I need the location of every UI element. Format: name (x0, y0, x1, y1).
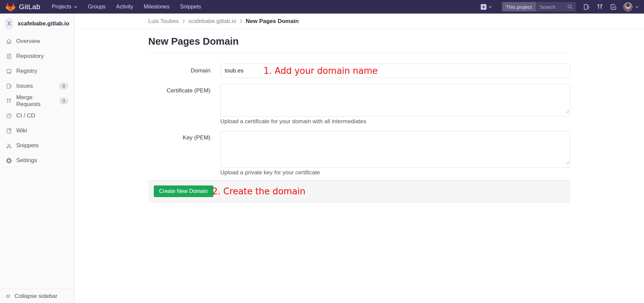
chevron-down-icon (635, 6, 639, 8)
navbar-menu: Projects Groups Activity Milestones Snip… (52, 4, 201, 10)
key-textarea[interactable] (220, 131, 570, 168)
nav-item-activity[interactable]: Activity (116, 4, 133, 10)
certificate-help-text: Upload a certificate for your domain wit… (220, 118, 570, 125)
sidebar-item-registry[interactable]: Registry (0, 64, 74, 79)
key-label: Key (PEM) (148, 131, 220, 176)
project-header[interactable]: X xcafebabe.gitlab.io (0, 14, 74, 34)
git-branch-icon (6, 98, 12, 104)
breadcrumb-current: New Pages Domain (246, 18, 299, 25)
navbar-right: This project (481, 2, 639, 12)
sidebar-item-overview[interactable]: Overview (0, 34, 74, 49)
sidebar-item-wiki[interactable]: Wiki (0, 123, 74, 138)
scissors-icon (6, 143, 12, 149)
chevron-down-icon (488, 6, 492, 8)
certificate-label: Certificate (PEM) (148, 84, 220, 125)
main-content: Luis Toubes xcafebabe.gitlab.io New Page… (74, 14, 644, 303)
home-icon (6, 39, 12, 44)
key-help-text: Upload a private key for your certificat… (220, 169, 570, 176)
double-chevron-left-icon (5, 294, 11, 299)
nav-item-milestones[interactable]: Milestones (144, 4, 169, 10)
document-icon (6, 53, 12, 59)
breadcrumb-project[interactable]: xcafebabe.gitlab.io (188, 18, 236, 25)
breadcrumb-user[interactable]: Luis Toubes (148, 18, 179, 25)
issues-icon[interactable] (583, 4, 590, 10)
issue-cards-icon (6, 83, 12, 89)
chevron-down-icon (74, 6, 77, 8)
page-title: New Pages Domain (148, 29, 570, 53)
search-scope-badge: This project (502, 2, 536, 12)
todos-icon[interactable] (610, 4, 617, 10)
chevron-right-icon (182, 19, 185, 23)
nav-item-snippets[interactable]: Snippets (180, 4, 201, 10)
search-input[interactable] (536, 4, 567, 10)
sidebar-item-issues[interactable]: Issues 0 (0, 79, 74, 93)
user-avatar (623, 2, 633, 12)
collapse-sidebar-button[interactable]: Collapse sidebar (0, 289, 74, 303)
project-sidebar: X xcafebabe.gitlab.io Overview (0, 14, 74, 303)
monitor-icon (6, 68, 12, 74)
user-menu[interactable] (623, 2, 639, 12)
merge-requests-count-badge: 0 (59, 97, 68, 105)
nav-item-groups[interactable]: Groups (88, 4, 105, 10)
annotation-step-2: 2. Create the domain (212, 186, 306, 196)
issues-count-badge: 0 (59, 82, 68, 90)
sidebar-item-repository[interactable]: Repository (0, 49, 74, 64)
logo-text: GitLab (19, 3, 40, 11)
sidebar-item-ci-cd[interactable]: CI / CD (0, 108, 74, 123)
sidebar-item-snippets[interactable]: Snippets (0, 138, 74, 153)
search-bar: This project (502, 2, 576, 12)
sidebar-menu: Overview Repository (0, 34, 74, 168)
project-name: xcafebabe.gitlab.io (18, 20, 69, 27)
sidebar-item-settings[interactable]: Settings (0, 153, 74, 168)
domain-input[interactable] (220, 64, 570, 78)
navbar-left: GitLab Projects Groups Activity Mileston… (5, 2, 201, 12)
search-icon[interactable] (567, 4, 573, 9)
domain-label: Domain (148, 64, 220, 78)
plus-menu-icon (481, 4, 486, 10)
gitlab-app: GitLab Projects Groups Activity Mileston… (0, 0, 644, 303)
gitlab-logo[interactable]: GitLab (5, 2, 40, 12)
gauge-icon (6, 113, 12, 119)
create-new-domain-button[interactable]: Create New Domain (154, 186, 213, 197)
sidebar-item-merge-requests[interactable]: Merge Requests 0 (0, 93, 74, 108)
book-icon (6, 128, 12, 134)
new-menu-button[interactable] (481, 4, 492, 10)
project-avatar: X (5, 18, 14, 30)
form-actions: Create New Domain 2. Create the domain (148, 180, 570, 202)
nav-item-projects[interactable]: Projects (52, 4, 77, 10)
new-pages-domain-form: Domain 1. Add your domain name Certifica… (148, 64, 570, 202)
certificate-textarea[interactable] (220, 84, 570, 116)
breadcrumb: Luis Toubes xcafebabe.gitlab.io New Page… (74, 14, 644, 29)
tanuki-icon (5, 2, 16, 12)
navbar-action-icons (583, 4, 617, 10)
merge-requests-icon[interactable] (597, 4, 603, 10)
chevron-right-icon (240, 19, 242, 23)
gear-icon (6, 158, 12, 164)
top-navbar: GitLab Projects Groups Activity Mileston… (0, 0, 644, 14)
